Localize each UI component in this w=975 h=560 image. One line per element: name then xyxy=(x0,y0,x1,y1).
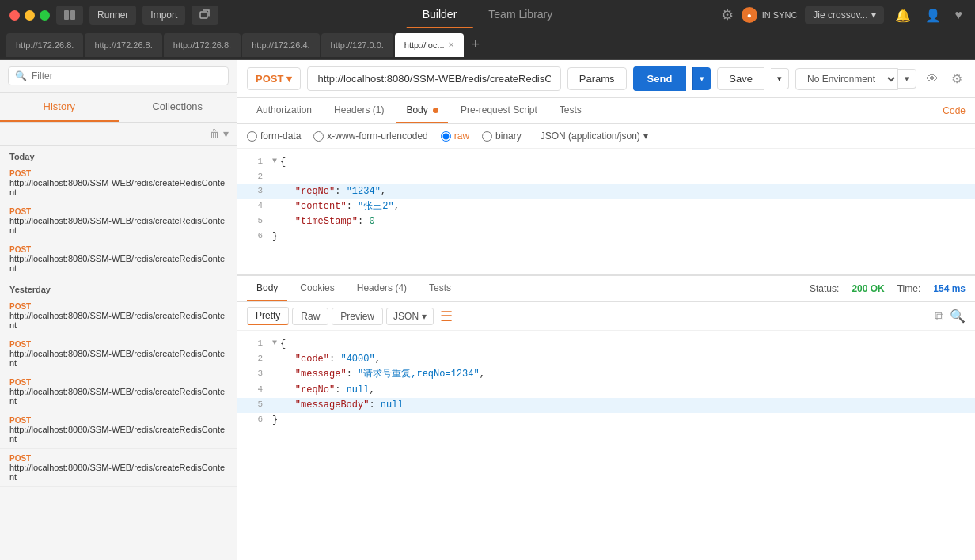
copy-icon[interactable]: ⧉ xyxy=(935,309,943,324)
resp-code-line-3: 3 "message": "请求号重复,reqNo=1234", xyxy=(237,367,975,382)
raw-option[interactable]: raw xyxy=(441,131,469,142)
minimize-button[interactable] xyxy=(25,10,35,21)
url-tab-1[interactable]: http://172.26.8. xyxy=(6,33,83,57)
env-dropdown-button[interactable]: ▾ xyxy=(898,69,916,89)
form-data-option[interactable]: form-data xyxy=(247,131,301,142)
list-item[interactable]: POST http://localhost:8080/SSM-WEB/redis… xyxy=(0,411,237,449)
tab-tests[interactable]: Tests xyxy=(550,98,591,123)
params-button[interactable]: Params xyxy=(567,67,627,90)
tab-close-icon[interactable]: ✕ xyxy=(448,40,454,49)
notification-button[interactable]: 🔔 xyxy=(892,5,914,26)
format-label: JSON xyxy=(393,311,419,322)
import-button[interactable]: Import xyxy=(142,6,185,25)
sidebar-toolbar: 🗑 ▾ xyxy=(0,123,237,146)
tab-headers[interactable]: Headers (1) xyxy=(324,98,393,123)
heart-button[interactable]: ♥ xyxy=(952,5,966,25)
save-dropdown-button[interactable]: ▾ xyxy=(771,68,789,89)
search-response-icon[interactable]: 🔍 xyxy=(950,308,966,324)
collaborate-button[interactable]: 👤 xyxy=(922,5,944,26)
request-area: POST ▾ Params Send ▾ Save ▾ No Environme… xyxy=(237,60,975,560)
tab-builder[interactable]: Builder xyxy=(407,2,473,28)
sidebar-toggle-button[interactable] xyxy=(56,6,83,25)
send-button[interactable]: Send xyxy=(633,66,687,91)
code-line-2: 2 xyxy=(237,170,975,184)
url-tab-2[interactable]: http://172.26.8. xyxy=(85,33,161,57)
chevron-down-icon: ▾ xyxy=(871,9,876,21)
send-dropdown-button[interactable]: ▾ xyxy=(692,67,711,90)
format-chevron-icon: ▾ xyxy=(422,311,427,322)
resp-tab-headers[interactable]: Headers (4) xyxy=(347,276,416,301)
url-tab-4[interactable]: http://172.26.4. xyxy=(242,33,319,57)
resp-tab-cookies[interactable]: Cookies xyxy=(290,276,343,301)
method-select[interactable]: POST ▾ xyxy=(247,67,301,90)
response-body-editor[interactable]: 1 ▼ { 2 "code": "4000", 3 "message": "请求… xyxy=(237,331,975,473)
list-item[interactable]: POST http://localhost:8080/SSM-WEB/redis… xyxy=(0,202,237,240)
body-dot-indicator xyxy=(433,108,438,113)
history-tab[interactable]: History xyxy=(0,93,119,122)
close-button[interactable] xyxy=(9,10,20,21)
list-item[interactable]: POST http://localhost:8080/SSM-WEB/redis… xyxy=(0,240,237,278)
json-format-select[interactable]: JSON (application/json) ▾ xyxy=(541,131,648,142)
add-tab-button[interactable]: + xyxy=(465,36,487,53)
urlencoded-option[interactable]: x-www-form-urlencoded xyxy=(313,131,427,142)
sync-icon: ● xyxy=(742,7,757,23)
request-body-editor[interactable]: 1 ▼ { 2 3 "reqNo": "1234", 4 "content": … xyxy=(237,149,975,275)
binary-option[interactable]: binary xyxy=(482,131,522,142)
status-value: 200 OK xyxy=(852,283,884,294)
url-tab-6[interactable]: http://loc... ✕ xyxy=(395,33,464,57)
more-options-button[interactable]: ▾ xyxy=(222,126,230,142)
sidebar-tabs: History Collections xyxy=(0,93,237,123)
code-line-5: 5 "timeStamp": 0 xyxy=(237,214,975,229)
url-tab-6-text: http://loc... xyxy=(404,40,445,50)
preview-button[interactable]: Preview xyxy=(332,308,383,325)
collections-tab[interactable]: Collections xyxy=(119,93,237,122)
url-input[interactable] xyxy=(307,66,560,91)
tab-pre-request[interactable]: Pre-request Script xyxy=(451,98,547,123)
environment-select[interactable]: No Environment xyxy=(795,68,898,90)
runner-button[interactable]: Runner xyxy=(89,6,136,25)
environment-wrapper: No Environment ▾ xyxy=(795,68,916,90)
code-line-1: 1 ▼ { xyxy=(237,155,975,170)
status-info: Status: 200 OK Time: 154 ms xyxy=(810,283,966,294)
env-gear-button[interactable]: ⚙ xyxy=(948,71,966,86)
search-input[interactable] xyxy=(32,70,222,81)
resp-tab-body[interactable]: Body xyxy=(247,276,287,301)
response-area: Body Cookies Headers (4) Tests Status: 2… xyxy=(237,275,975,473)
code-link[interactable]: Code xyxy=(943,105,966,116)
resp-tab-tests[interactable]: Tests xyxy=(419,276,461,301)
body-type-row: form-data x-www-form-urlencoded raw bina… xyxy=(237,124,975,149)
new-window-button[interactable] xyxy=(192,6,218,25)
user-badge[interactable]: Jie crossov... ▾ xyxy=(805,6,883,24)
sync-badge: ● IN SYNC xyxy=(742,7,798,23)
response-toolbar: Pretty Raw Preview JSON ▾ ☰ ⧉ 🔍 xyxy=(237,302,975,331)
url-tab-5[interactable]: http://127.0.0. xyxy=(321,33,393,57)
time-value: 154 ms xyxy=(933,283,966,294)
tab-team-library[interactable]: Team Library xyxy=(472,2,568,28)
list-item[interactable]: POST http://localhost:8080/SSM-WEB/redis… xyxy=(0,297,237,335)
pretty-button[interactable]: Pretty xyxy=(247,307,289,325)
sync-status: IN SYNC xyxy=(762,10,798,20)
word-wrap-icon[interactable]: ☰ xyxy=(440,308,453,325)
env-eye-button[interactable]: 👁 xyxy=(923,72,942,86)
sidebar: 🔍 History Collections 🗑 ▾ Today POST htt… xyxy=(0,60,237,560)
url-tab-3[interactable]: http://172.26.8. xyxy=(164,33,241,57)
traffic-lights xyxy=(9,10,50,21)
raw-button[interactable]: Raw xyxy=(292,308,328,325)
tab-body[interactable]: Body xyxy=(396,98,448,123)
maximize-button[interactable] xyxy=(40,10,50,21)
delete-history-button[interactable]: 🗑 xyxy=(207,126,222,142)
title-bar: Runner Import Builder Team Library ⚙ ● I… xyxy=(0,0,975,30)
save-button[interactable]: Save xyxy=(717,67,764,90)
today-label: Today xyxy=(0,146,237,165)
json-format-label: JSON (application/json) xyxy=(541,131,640,142)
list-item[interactable]: POST http://localhost:8080/SSM-WEB/redis… xyxy=(0,165,237,202)
title-bar-right: ⚙ ● IN SYNC Jie crossov... ▾ 🔔 👤 ♥ xyxy=(721,5,966,26)
tab-authorization[interactable]: Authorization xyxy=(247,98,321,123)
list-item[interactable]: POST http://localhost:8080/SSM-WEB/redis… xyxy=(0,449,237,487)
status-label: Status: xyxy=(810,283,839,294)
list-item[interactable]: POST http://localhost:8080/SSM-WEB/redis… xyxy=(0,335,237,373)
method-label: POST xyxy=(256,73,283,85)
list-item[interactable]: POST http://localhost:8080/SSM-WEB/redis… xyxy=(0,373,237,411)
sync-settings-icon[interactable]: ⚙ xyxy=(721,6,734,24)
format-select[interactable]: JSON ▾ xyxy=(386,308,434,325)
